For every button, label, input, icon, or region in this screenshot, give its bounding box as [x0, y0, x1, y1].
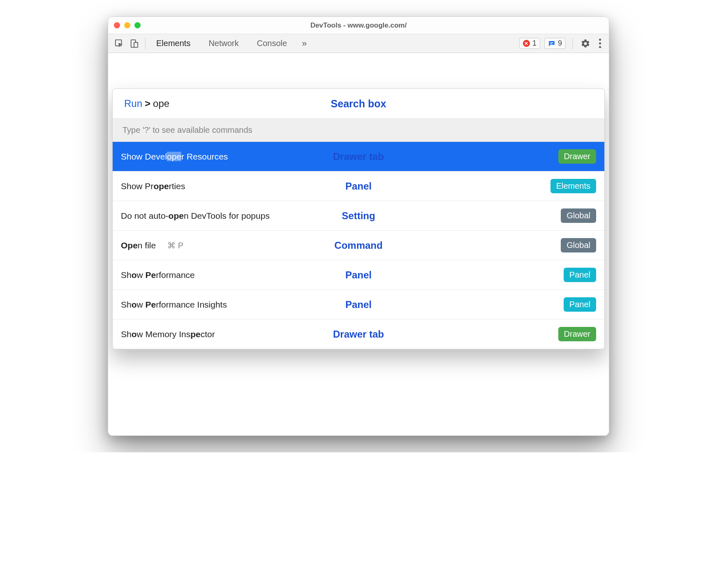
- command-result-item[interactable]: Do not auto-open DevTools for popupsSett…: [113, 201, 604, 231]
- command-label: Show Performance: [121, 270, 195, 280]
- command-tag: Global: [561, 238, 596, 252]
- command-result-item[interactable]: Open file⌘ PCommandGlobal: [113, 231, 604, 260]
- issues-icon: [548, 40, 555, 47]
- command-search-row[interactable]: Run >ope Search box: [113, 89, 604, 118]
- settings-icon[interactable]: [579, 37, 592, 50]
- svg-rect-4: [550, 44, 552, 44]
- devtools-toolbar: Elements Network Console » ✕ 1 9: [108, 34, 609, 53]
- inspect-element-icon[interactable]: [113, 37, 125, 50]
- search-annotation: Search box: [331, 98, 386, 110]
- errors-badge[interactable]: ✕ 1: [519, 38, 540, 49]
- error-icon: ✕: [523, 40, 530, 47]
- command-result-item[interactable]: Show PropertiesPanelElements: [113, 171, 604, 201]
- command-result-item[interactable]: Show Performance InsightsPanelPanel: [113, 290, 604, 319]
- window-title: DevTools - www.google.com/: [108, 21, 609, 30]
- tab-network[interactable]: Network: [208, 35, 239, 51]
- minimize-window-icon[interactable]: [124, 22, 130, 28]
- toolbar-separator: [572, 38, 573, 49]
- more-options-icon[interactable]: [596, 39, 604, 48]
- command-tag: Drawer: [558, 149, 596, 164]
- svg-rect-2: [134, 42, 138, 47]
- search-prefix: Run: [124, 98, 142, 109]
- more-tabs-icon[interactable]: »: [302, 38, 307, 49]
- toolbar-separator: [145, 38, 146, 49]
- panel-tabs: Elements Network Console: [155, 35, 288, 51]
- command-hint: Type '?' to see available commands: [113, 118, 604, 142]
- command-result-item[interactable]: Show Developer ResourcesDrawer tabDrawer: [113, 142, 604, 171]
- command-tag: Global: [561, 208, 596, 223]
- command-annotation: Panel: [345, 269, 372, 281]
- device-toggle-icon[interactable]: [128, 37, 140, 50]
- command-label: Show Developer Resources: [121, 152, 228, 162]
- command-annotation: Command: [334, 240, 382, 251]
- search-chevron: >: [145, 98, 150, 109]
- search-query: ope: [153, 98, 169, 109]
- titlebar: DevTools - www.google.com/: [108, 17, 609, 34]
- svg-rect-3: [550, 42, 553, 43]
- svg-rect-0: [116, 39, 122, 46]
- command-menu-popup: Run >ope Search box Type '?' to see avai…: [112, 88, 605, 350]
- command-shortcut: ⌘ P: [167, 241, 183, 250]
- traffic-lights: [114, 22, 141, 28]
- command-label: Open file: [121, 241, 156, 250]
- command-annotation: Drawer tab: [333, 329, 384, 340]
- command-tag: Elements: [550, 179, 596, 193]
- command-annotation: Panel: [345, 181, 372, 192]
- command-tag: Panel: [564, 268, 596, 282]
- tab-elements[interactable]: Elements: [155, 35, 191, 51]
- command-tag: Panel: [564, 297, 596, 312]
- command-annotation: Setting: [342, 210, 375, 222]
- issues-count: 9: [558, 39, 562, 48]
- tab-console[interactable]: Console: [256, 35, 288, 51]
- command-result-item[interactable]: Show Memory InspectorDrawer tabDrawer: [113, 319, 604, 349]
- command-results-list: Show Developer ResourcesDrawer tabDrawer…: [113, 142, 604, 349]
- command-result-item[interactable]: Show PerformancePanelPanel: [113, 260, 604, 290]
- command-tag: Drawer: [558, 327, 596, 341]
- command-annotation: Drawer tab: [333, 151, 384, 162]
- zoom-window-icon[interactable]: [134, 22, 141, 28]
- devtools-window: DevTools - www.google.com/ Elements Netw…: [108, 16, 609, 436]
- command-label: Show Properties: [121, 181, 185, 191]
- command-label: Do not auto-open DevTools for popups: [121, 211, 270, 221]
- command-annotation: Panel: [345, 299, 372, 310]
- close-window-icon[interactable]: [114, 22, 120, 28]
- command-label: Show Memory Inspector: [121, 329, 215, 339]
- issues-badge[interactable]: 9: [544, 38, 566, 49]
- command-label: Show Performance Insights: [121, 300, 227, 310]
- errors-count: 1: [532, 39, 537, 48]
